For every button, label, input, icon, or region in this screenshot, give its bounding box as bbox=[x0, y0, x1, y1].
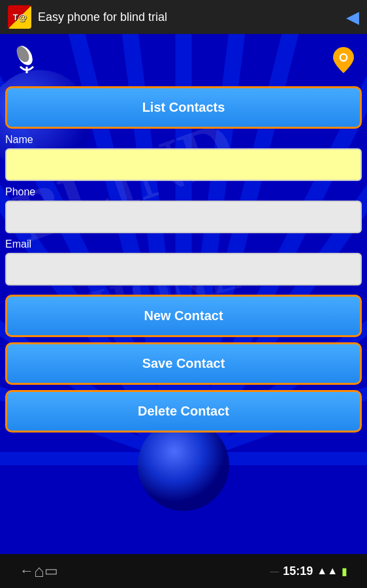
nav-recent-icon[interactable]: ▭ bbox=[44, 563, 58, 580]
phone-input[interactable] bbox=[5, 201, 362, 233]
email-input[interactable] bbox=[5, 253, 362, 286]
nav-home-icon[interactable]: ⌂ bbox=[34, 561, 44, 581]
svg-point-23 bbox=[341, 55, 346, 60]
action-buttons: New Contact Save Contact Delete Contact bbox=[5, 295, 362, 433]
name-label: Name bbox=[5, 134, 362, 146]
status-section: — 15:19 ▲▲ ▮ bbox=[270, 564, 347, 578]
new-contact-button[interactable]: New Contact bbox=[5, 295, 362, 337]
app-title: Easy phone for blind trial bbox=[38, 10, 167, 24]
top-bar: Easy phone for blind trial ◀ bbox=[0, 0, 367, 34]
delete-contact-button[interactable]: Delete Contact bbox=[5, 390, 362, 433]
battery-icon: ▮ bbox=[342, 565, 347, 578]
phone-label: Phone bbox=[5, 186, 362, 198]
content-layer: List Contacts Name Phone Email New Conta… bbox=[0, 34, 367, 554]
name-input[interactable] bbox=[5, 148, 362, 181]
clock-display: 15:19 bbox=[283, 564, 313, 578]
main-content: List Contacts Name Phone Email New Conta… bbox=[0, 86, 367, 433]
email-label: Email bbox=[5, 238, 362, 250]
list-contacts-button[interactable]: List Contacts bbox=[5, 86, 362, 129]
save-contact-button[interactable]: Save Contact bbox=[5, 342, 362, 385]
signal-icon: ▲▲ bbox=[317, 565, 338, 577]
nav-back-icon[interactable]: ← bbox=[20, 563, 34, 580]
dash-separator: — bbox=[270, 566, 279, 576]
location-pin-icon bbox=[330, 47, 357, 73]
app-icon bbox=[8, 5, 31, 29]
bottom-bar: ← ⌂ ▭ — 15:19 ▲▲ ▮ bbox=[0, 554, 367, 588]
mic-icon bbox=[10, 44, 43, 76]
decorative-area bbox=[0, 34, 367, 86]
app-info: Easy phone for blind trial bbox=[8, 5, 167, 29]
back-arrow-icon[interactable]: ◀ bbox=[346, 7, 359, 27]
